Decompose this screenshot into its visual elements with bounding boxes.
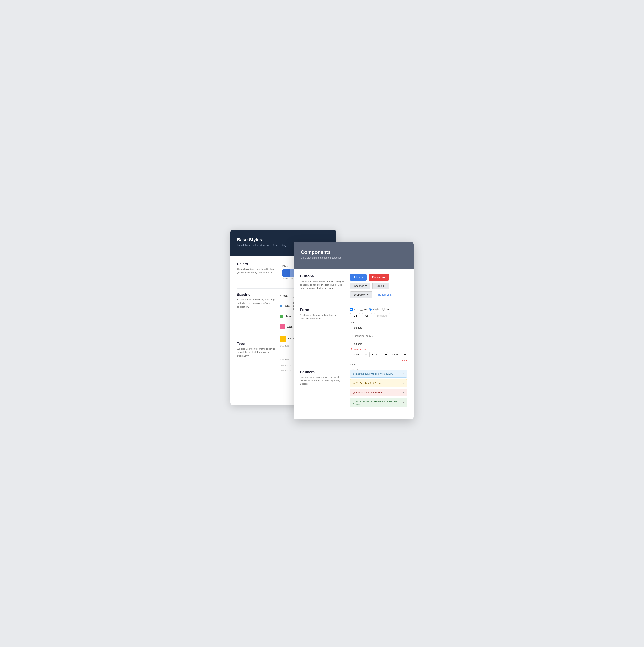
- base-styles-title: Base Styles: [237, 237, 330, 242]
- dropdown-button[interactable]: Dropdown ▾: [350, 291, 372, 298]
- spacing-box-16: [280, 305, 282, 307]
- banner-error-text: Invalid email or password.: [356, 391, 383, 394]
- error-text: Reason for error: [350, 348, 407, 350]
- toggle-off[interactable]: Off: [362, 313, 372, 318]
- colors-title: Colors: [237, 262, 278, 266]
- warning-icon: ⚠: [353, 382, 355, 385]
- select-value-2[interactable]: Value: [369, 352, 387, 358]
- checkbox-yes[interactable]: Yes: [350, 308, 358, 311]
- text-input-normal[interactable]: [350, 325, 407, 331]
- components-card: Components Core elements that enable int…: [293, 242, 414, 419]
- error-icon: ⊘: [353, 391, 355, 394]
- banners-desc: Banners communicate varying levels of in…: [300, 375, 345, 385]
- banner-error: ⊘ Invalid email or password. ×: [350, 389, 407, 397]
- spacing-box-40: [280, 336, 286, 342]
- banner-success-close[interactable]: ×: [403, 401, 405, 404]
- form-selects: Value Value Value: [350, 352, 407, 358]
- components-subtitle: Core elements that enable interaction: [301, 256, 406, 259]
- select-error-text: Error: [350, 359, 407, 362]
- spacing-box-32: [280, 324, 285, 329]
- radio-maybe[interactable]: Maybe: [369, 308, 380, 311]
- banners-title: Banners: [300, 370, 345, 374]
- buttons-desc: Buttons are useful to draw attention to …: [300, 280, 345, 290]
- text-input-placeholder[interactable]: [350, 333, 407, 339]
- banner-warning-text: You've given 0 of 5 hours.: [356, 382, 383, 384]
- button-link[interactable]: Button Link: [374, 291, 395, 298]
- components-header: Components Core elements that enable int…: [293, 242, 414, 269]
- radio-so[interactable]: So: [382, 308, 389, 311]
- success-icon: ✓: [353, 401, 355, 404]
- secondary-button[interactable]: Secondary: [350, 283, 370, 289]
- form-checkboxes: Yes No Maybe So: [350, 308, 407, 311]
- select-value-1[interactable]: Value: [350, 352, 368, 358]
- banner-success: ✓ An email with a calendar invite has be…: [350, 398, 407, 407]
- spacing-desc: At UserTesting we employ a soft 8-pt gri…: [237, 298, 276, 309]
- checkbox-no[interactable]: No: [360, 308, 367, 311]
- button-row-3: Dropdown ▾ Button Link: [350, 291, 407, 298]
- textarea-label: Label: [350, 363, 407, 366]
- swatch-blue-1: [282, 269, 290, 277]
- toggle-on[interactable]: On: [350, 313, 360, 318]
- button-row-1: Primary Dangerous: [350, 274, 407, 281]
- form-toggles: On Off Disabled: [350, 313, 407, 318]
- toggle-disabled: Disabled: [374, 313, 390, 318]
- text-input-error[interactable]: [350, 341, 407, 347]
- button-row-2: Secondary Drag: [350, 283, 407, 289]
- banner-info-text: Take this survey to see if you qualify.: [355, 373, 393, 375]
- chevron-down-icon: ▾: [367, 293, 369, 296]
- type-desc: We also use the 8-pt methodology to cont…: [237, 347, 276, 358]
- info-icon: ℹ: [353, 372, 354, 375]
- drag-icon: [383, 285, 385, 287]
- form-title: Form: [300, 308, 345, 312]
- input-label: Text: [350, 321, 407, 324]
- type-title: Type: [237, 342, 276, 346]
- components-title: Components: [301, 249, 406, 255]
- banner-success-text: An email with a calendar invite has been…: [356, 400, 401, 405]
- banner-info: ℹ Take this survey to see if you qualify…: [350, 370, 407, 378]
- form-desc: A collection of inputs and controls for …: [300, 313, 345, 320]
- drag-button[interactable]: Drag: [372, 283, 389, 289]
- banner-error-close[interactable]: ×: [403, 391, 405, 394]
- divider-3: [300, 303, 407, 304]
- spacing-box-8: [280, 295, 281, 296]
- banner-warning: ⚠ You've given 0 of 5 hours. ×: [350, 379, 407, 387]
- colors-desc: Colors have been developed to help guide…: [237, 267, 278, 274]
- banner-warning-close[interactable]: ×: [403, 381, 405, 385]
- select-value-3-error[interactable]: Value: [389, 352, 407, 358]
- primary-button[interactable]: Primary: [350, 274, 367, 281]
- spacing-title: Spacing: [237, 293, 276, 297]
- banner-info-close[interactable]: ×: [403, 372, 405, 375]
- buttons-title: Buttons: [300, 274, 345, 279]
- spacing-box-24: [280, 314, 283, 318]
- dangerous-button[interactable]: Dangerous: [369, 274, 389, 281]
